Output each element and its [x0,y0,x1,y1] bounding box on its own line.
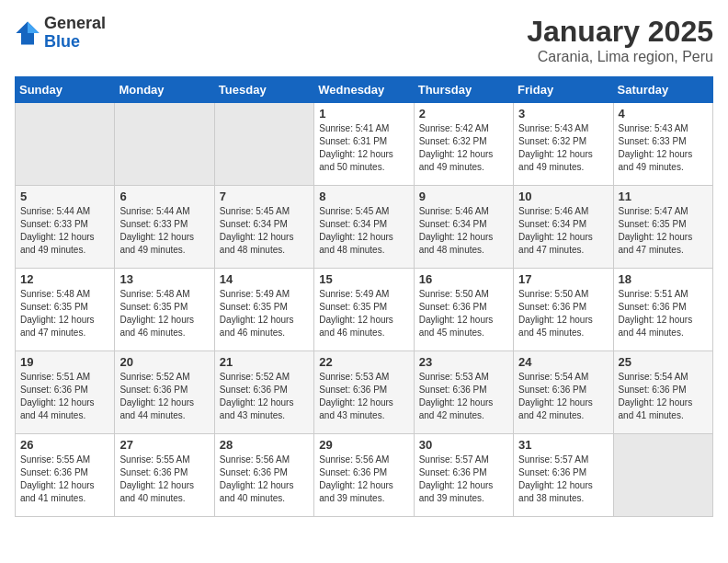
cell-content: Sunrise: 5:47 AM Sunset: 6:35 PM Dayligh… [619,205,708,257]
cell-content: Sunrise: 5:42 AM Sunset: 6:32 PM Dayligh… [419,122,508,174]
cell-content: Sunrise: 5:50 AM Sunset: 6:36 PM Dayligh… [419,288,508,339]
cell-content: Sunrise: 5:48 AM Sunset: 6:35 PM Dayligh… [119,288,209,339]
sunset-label: Sunset: 6:36 PM [20,467,88,477]
sunset-label: Sunset: 6:36 PM [220,467,288,477]
svg-marker-1 [28,21,40,33]
calendar-cell: 4 Sunrise: 5:43 AM Sunset: 6:33 PM Dayli… [613,103,712,186]
calendar-cell: 22 Sunrise: 5:53 AM Sunset: 6:36 PM Dayl… [314,351,414,434]
daylight-label: Daylight: 12 hours and 43 minutes. [220,397,294,420]
calendar-cell: 28 Sunrise: 5:56 AM Sunset: 6:36 PM Dayl… [214,434,313,517]
sunset-label: Sunset: 6:36 PM [619,385,687,395]
daylight-label: Daylight: 12 hours and 49 minutes. [119,232,194,255]
calendar-week-1: 1 Sunrise: 5:41 AM Sunset: 6:31 PM Dayli… [16,103,713,186]
day-number: 23 [419,355,508,369]
sunrise-label: Sunrise: 5:48 AM [119,289,189,299]
day-number: 27 [119,438,209,452]
sunrise-label: Sunrise: 5:53 AM [419,372,489,382]
sunset-label: Sunset: 6:36 PM [419,302,487,312]
daylight-label: Daylight: 12 hours and 39 minutes. [319,480,393,503]
sunset-label: Sunset: 6:36 PM [119,467,188,477]
sunset-label: Sunset: 6:36 PM [220,385,288,395]
calendar-cell: 27 Sunrise: 5:55 AM Sunset: 6:36 PM Dayl… [115,434,214,517]
daylight-label: Daylight: 12 hours and 43 minutes. [319,397,393,420]
sunset-label: Sunset: 6:36 PM [419,467,487,477]
sunset-label: Sunset: 6:35 PM [220,302,288,312]
day-number: 25 [619,355,708,369]
day-number: 15 [319,272,408,286]
logo-icon [15,20,40,46]
sunrise-label: Sunrise: 5:51 AM [619,289,688,299]
sunset-label: Sunset: 6:36 PM [518,302,586,312]
sunrise-label: Sunrise: 5:44 AM [20,206,90,216]
day-header-monday: Monday [115,77,214,103]
cell-content: Sunrise: 5:49 AM Sunset: 6:35 PM Dayligh… [220,288,309,339]
daylight-label: Daylight: 12 hours and 49 minutes. [20,232,95,255]
calendar-cell: 3 Sunrise: 5:43 AM Sunset: 6:32 PM Dayli… [514,103,613,186]
sunset-label: Sunset: 6:36 PM [319,385,387,395]
sunset-label: Sunset: 6:35 PM [619,219,687,229]
day-number: 22 [319,355,408,369]
calendar-cell: 15 Sunrise: 5:49 AM Sunset: 6:35 PM Dayl… [314,269,414,351]
daylight-label: Daylight: 12 hours and 50 minutes. [319,149,393,172]
calendar-cell: 23 Sunrise: 5:53 AM Sunset: 6:36 PM Dayl… [414,351,513,434]
day-number: 18 [619,272,708,286]
day-number: 21 [220,355,309,369]
calendar-cell [16,103,115,186]
sunset-label: Sunset: 6:34 PM [319,219,387,229]
sunrise-label: Sunrise: 5:48 AM [20,289,90,299]
sunset-label: Sunset: 6:32 PM [419,136,487,146]
sunrise-label: Sunrise: 5:46 AM [419,206,489,216]
calendar-body: 1 Sunrise: 5:41 AM Sunset: 6:31 PM Dayli… [16,103,713,517]
sunrise-label: Sunrise: 5:57 AM [419,454,489,465]
calendar-week-4: 19 Sunrise: 5:51 AM Sunset: 6:36 PM Dayl… [16,351,713,434]
sunrise-label: Sunrise: 5:53 AM [319,372,389,382]
calendar-cell: 9 Sunrise: 5:46 AM Sunset: 6:34 PM Dayli… [414,186,513,269]
sunrise-label: Sunrise: 5:52 AM [220,372,290,382]
day-number: 14 [220,272,309,286]
sunrise-label: Sunrise: 5:46 AM [518,206,588,216]
daylight-label: Daylight: 12 hours and 40 minutes. [119,480,194,503]
cell-content: Sunrise: 5:57 AM Sunset: 6:36 PM Dayligh… [518,454,608,505]
cell-content: Sunrise: 5:52 AM Sunset: 6:36 PM Dayligh… [220,371,309,422]
cell-content: Sunrise: 5:55 AM Sunset: 6:36 PM Dayligh… [119,454,209,505]
calendar-cell: 10 Sunrise: 5:46 AM Sunset: 6:34 PM Dayl… [514,186,613,269]
sunset-label: Sunset: 6:35 PM [20,302,88,312]
daylight-label: Daylight: 12 hours and 47 minutes. [619,232,693,255]
day-number: 7 [220,190,309,203]
calendar-cell: 16 Sunrise: 5:50 AM Sunset: 6:36 PM Dayl… [414,269,513,351]
cell-content: Sunrise: 5:54 AM Sunset: 6:36 PM Dayligh… [518,371,608,422]
calendar-cell: 2 Sunrise: 5:42 AM Sunset: 6:32 PM Dayli… [414,103,513,186]
day-number: 6 [119,190,209,203]
daylight-label: Daylight: 12 hours and 45 minutes. [419,315,494,338]
day-number: 3 [518,107,608,121]
sunset-label: Sunset: 6:33 PM [619,136,687,146]
title-block: January 2025 Carania, Lima region, Peru [527,15,713,65]
calendar-cell: 29 Sunrise: 5:56 AM Sunset: 6:36 PM Dayl… [314,434,414,517]
cell-content: Sunrise: 5:55 AM Sunset: 6:36 PM Dayligh… [20,454,109,505]
sunset-label: Sunset: 6:36 PM [20,385,88,395]
calendar-cell: 30 Sunrise: 5:57 AM Sunset: 6:36 PM Dayl… [414,434,513,517]
cell-content: Sunrise: 5:46 AM Sunset: 6:34 PM Dayligh… [518,205,608,257]
day-number: 8 [319,190,408,203]
daylight-label: Daylight: 12 hours and 41 minutes. [619,397,693,420]
day-number: 2 [419,107,508,121]
day-number: 28 [220,438,309,452]
cell-content: Sunrise: 5:48 AM Sunset: 6:35 PM Dayligh… [20,288,109,339]
cell-content: Sunrise: 5:49 AM Sunset: 6:35 PM Dayligh… [319,288,408,339]
logo-text: General Blue [44,15,106,52]
sunset-label: Sunset: 6:34 PM [419,219,487,229]
sunrise-label: Sunrise: 5:51 AM [20,372,90,382]
daylight-label: Daylight: 12 hours and 45 minutes. [518,315,593,338]
cell-content: Sunrise: 5:53 AM Sunset: 6:36 PM Dayligh… [419,371,508,422]
day-number: 10 [518,190,608,203]
day-number: 29 [319,438,408,452]
sunset-label: Sunset: 6:35 PM [119,302,188,312]
sunrise-label: Sunrise: 5:43 AM [518,123,588,133]
calendar-table: SundayMondayTuesdayWednesdayThursdayFrid… [15,76,713,517]
day-number: 20 [119,355,209,369]
page-header: General Blue January 2025 Carania, Lima … [15,15,713,65]
cell-content: Sunrise: 5:43 AM Sunset: 6:32 PM Dayligh… [518,122,608,174]
day-header-tuesday: Tuesday [214,77,313,103]
calendar-cell: 6 Sunrise: 5:44 AM Sunset: 6:33 PM Dayli… [115,186,214,269]
calendar-cell [214,103,313,186]
